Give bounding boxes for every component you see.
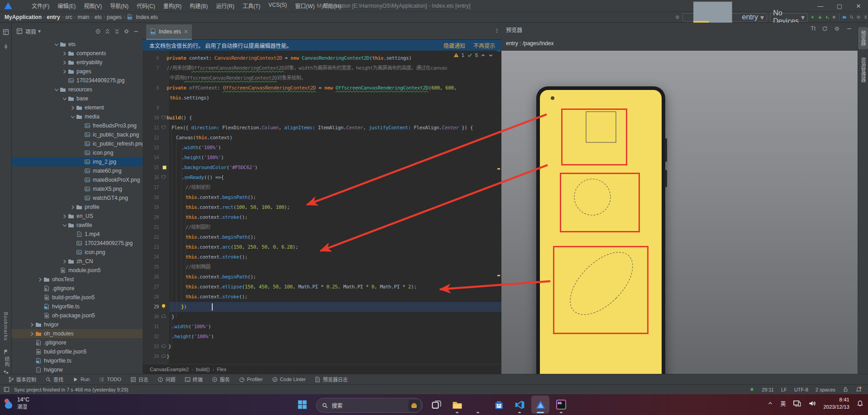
tool-window-button-problem[interactable]: 问题 — [157, 376, 176, 383]
tree-chevron-icon[interactable] — [70, 105, 76, 111]
tree-chevron-icon[interactable] — [62, 213, 67, 219]
taskbar-app-edge[interactable] — [469, 396, 487, 414]
fold-marker-icon[interactable] — [161, 124, 167, 130]
tool-window-button-doc[interactable]: 预览器日志 — [315, 376, 348, 383]
breadcrumb-item[interactable]: ets — [95, 14, 102, 20]
tree-item-zh_CN[interactable]: zh_CN — [12, 257, 143, 266]
notifications-status-icon[interactable] — [856, 387, 862, 392]
bookmark-flag-icon[interactable] — [3, 349, 9, 355]
menu-item[interactable]: 运行(R) — [212, 1, 238, 10]
taskbar-app-taskview[interactable] — [427, 396, 445, 414]
bookmarks-stripe-button[interactable]: Bookmarks — [3, 312, 9, 341]
preview-canvas[interactable] — [501, 51, 858, 374]
code-line[interactable]: 26this.context.beginPath(); — [143, 272, 501, 282]
tree-item-1702344909275.jpg[interactable]: 1702344909275.jpg — [12, 76, 143, 85]
tree-item-hvigorw[interactable]: hvigorw — [12, 365, 143, 374]
tree-item-rawfile[interactable]: rawfile — [12, 221, 143, 230]
tree-item-hvigorfile.ts[interactable]: TShvigorfile.ts — [12, 302, 143, 311]
code-line[interactable]: 9 — [143, 103, 501, 113]
menu-item[interactable]: 编辑(E) — [54, 1, 79, 10]
minimize-button[interactable]: — — [811, 0, 830, 12]
code-line[interactable]: 13.width('100%') — [143, 143, 501, 153]
fold-marker-icon[interactable] — [161, 114, 167, 120]
code-line[interactable]: 中调用OffscreenCanvasRenderingContext2D对象来绘… — [143, 73, 501, 83]
tab-close-icon[interactable]: ✕ — [184, 28, 188, 35]
structure-stripe-button[interactable]: 结构 — [3, 356, 10, 367]
font-size-icon[interactable]: Tt — [811, 25, 816, 32]
tree-chevron-icon[interactable] — [70, 114, 76, 120]
previewer-settings-icon[interactable] — [834, 26, 840, 32]
color-swatch[interactable] — [162, 165, 167, 170]
select-opened-file-icon[interactable] — [95, 28, 101, 34]
tool-window-button-run[interactable]: Run — [72, 377, 90, 382]
tray-expand-icon[interactable] — [768, 401, 773, 406]
debug-button[interactable] — [818, 13, 822, 22]
tree-chevron-icon[interactable] — [37, 277, 43, 283]
code-line[interactable]: 33} — [143, 342, 501, 352]
breadcrumb-item[interactable]: Index.ets — [136, 14, 158, 20]
commit-stripe-icon[interactable] — [3, 43, 9, 50]
tree-item-mateX5.png[interactable]: mateX5.png — [12, 184, 143, 193]
menu-item[interactable]: 重构(R) — [160, 1, 186, 10]
tree-chevron-icon[interactable] — [62, 69, 67, 75]
tab-index-ets[interactable]: ETS Index.ets ✕ — [146, 24, 192, 40]
editor-breadcrumb-item[interactable]: CanvasExample2 — [150, 367, 189, 372]
notifications-icon[interactable] — [857, 400, 863, 407]
menu-item[interactable]: 视图(V) — [80, 1, 105, 10]
clock[interactable]: 8:412023/12/13 — [823, 396, 849, 410]
tree-chevron-icon[interactable] — [53, 87, 59, 93]
code-line[interactable]: 25//绘制椭圆 — [143, 262, 501, 272]
taskbar-weather[interactable]: 14°C潮湿 — [3, 396, 29, 410]
fold-marker-icon[interactable] — [161, 174, 167, 180]
tree-item-.gitignore[interactable]: .gitignore — [12, 284, 143, 293]
tool-window-button-profiler[interactable]: Profiler — [239, 377, 263, 382]
tree-item-resources[interactable]: resources — [12, 85, 143, 94]
editor-breadcrumb-item[interactable]: build() — [196, 367, 210, 372]
breadcrumb-item[interactable]: MyApplication — [5, 14, 42, 20]
tree-item-watchGT4.png[interactable]: watchGT4.png — [12, 193, 143, 203]
tree-item-ic_public_refresh.png[interactable]: ic_public_refresh.png — [12, 139, 143, 148]
taskbar-app-dg[interactable]: DG — [552, 396, 570, 414]
code-line[interactable]: 19this.context.rect(100, 50, 100, 100); — [143, 203, 501, 212]
settings-icon[interactable] — [856, 13, 861, 22]
code-line[interactable]: 27this.context.ellipse(150, 450, 50, 100… — [143, 282, 501, 292]
tree-chevron-icon[interactable] — [29, 322, 35, 328]
code-line[interactable]: 8private offContext: OffscreenCanvasRend… — [143, 83, 501, 93]
code-line[interactable]: 7//用来创建OffscreenCanvasRenderingContext2D… — [143, 63, 501, 73]
breadcrumb-item[interactable]: pages — [107, 14, 122, 20]
tree-chevron-icon[interactable] — [62, 222, 67, 228]
project-panel-title[interactable]: 项目 — [25, 28, 36, 35]
tree-item-components[interactable]: components — [12, 49, 143, 58]
breadcrumb-item[interactable]: entry — [47, 14, 60, 20]
fold-marker-icon[interactable] — [161, 313, 167, 319]
tree-item-hvigorfile.ts[interactable]: TShvigorfile.ts — [12, 356, 143, 365]
fold-marker-icon[interactable] — [161, 343, 167, 349]
tree-item-ohosTest[interactable]: ohosTest — [12, 275, 143, 284]
taskbar-app-store[interactable] — [490, 396, 508, 414]
hide-previewer-icon[interactable] — [846, 26, 852, 32]
menu-item[interactable]: 工具(T) — [239, 1, 264, 10]
panel-options-icon[interactable] — [124, 28, 129, 34]
code-line[interactable]: 30} — [143, 312, 501, 322]
code-line[interactable]: 6private context: CanvasRenderingContext… — [143, 53, 501, 63]
editor-breadcrumb-item[interactable]: Flex — [217, 367, 226, 372]
tree-item-1.mp4[interactable]: ?1.mp4 — [12, 230, 143, 239]
tree-chevron-icon[interactable] — [62, 60, 67, 66]
refresh-icon[interactable] — [822, 26, 828, 32]
tree-item-ets[interactable]: ets — [12, 40, 143, 49]
tool-window-button-service[interactable]: 服务 — [212, 376, 230, 383]
tree-item-entryability[interactable]: entryability — [12, 58, 143, 67]
tree-item-build-profile.json5[interactable]: build-profile.json5 — [12, 347, 143, 356]
menu-item[interactable]: 窗口(W) — [291, 1, 318, 10]
locate-icon[interactable] — [675, 13, 680, 22]
code-line[interactable]: 31.width('100%') — [143, 322, 501, 332]
network-icon[interactable] — [793, 399, 801, 407]
code-line[interactable]: 24this.context.stroke(); — [143, 252, 501, 262]
tree-item-mate60.png[interactable]: mate60.png — [12, 166, 143, 175]
device-file-browser-icon[interactable] — [842, 13, 847, 22]
code-line[interactable]: 17//绘制矩形 — [143, 183, 501, 193]
prev-problem-icon[interactable] — [481, 53, 486, 58]
tool-window-button-branch[interactable]: 版本控制 — [8, 376, 36, 383]
volume-icon[interactable] — [808, 400, 816, 407]
expand-all-icon[interactable] — [105, 28, 110, 34]
